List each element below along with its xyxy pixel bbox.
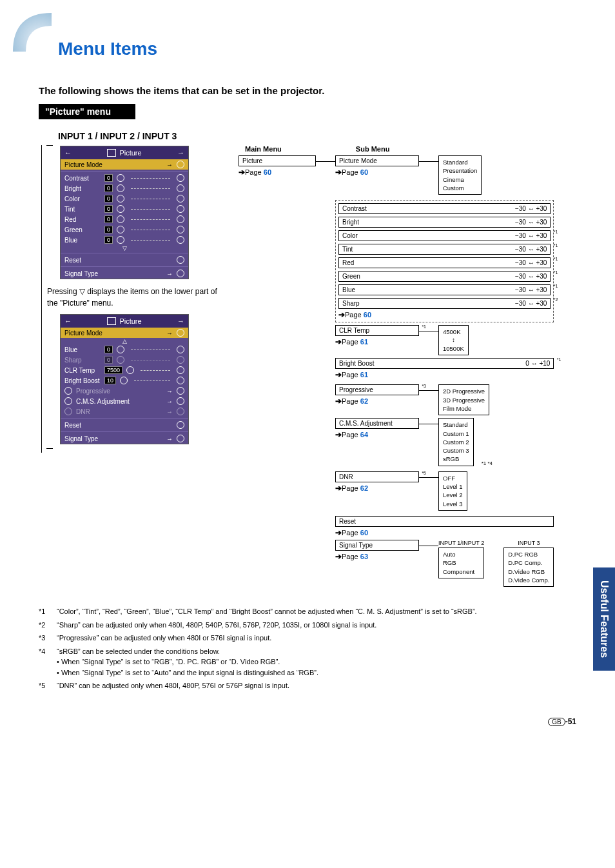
footnote-ref: *1 *4: [482, 460, 493, 466]
picture-icon: [107, 317, 116, 325]
node-progressive: Progressive*3: [335, 384, 419, 395]
footnotes: *1“Color”, “Tint”, “Red”, “Green”, “Blue…: [39, 606, 576, 691]
arrow-left-icon: ←: [64, 149, 72, 157]
page-link[interactable]: ➔Page 61: [335, 337, 419, 346]
node-picture: Picture: [239, 155, 316, 166]
chevron-down-icon: ▽: [79, 286, 85, 297]
node-signal-type: Signal Type: [335, 540, 419, 551]
mode-icon: [177, 161, 184, 168]
page-link[interactable]: ➔Page 60: [338, 310, 551, 319]
decorative-swoosh: [13, 13, 52, 52]
options-dnr: OFF Level 1 Level 2 Level 3: [438, 471, 467, 511]
options-progressive: 2D Progressive 3D Progressive Film Mode: [438, 384, 489, 415]
page-link[interactable]: ➔Page 60: [239, 168, 316, 177]
sub-menu-head: Sub Menu: [356, 145, 390, 153]
page-link[interactable]: ➔Page 62: [335, 397, 419, 406]
arrow-right-icon: →: [177, 317, 184, 325]
chevron-up-icon: △: [61, 338, 188, 344]
node-reset: Reset: [335, 516, 554, 527]
page-link[interactable]: ➔Page 60: [335, 168, 419, 177]
page-link[interactable]: ➔Page 63: [335, 552, 419, 561]
page-link[interactable]: ➔Page 60: [335, 528, 554, 537]
osd-screenshot-2: ← Picture → Picture Mode→ △ Blue0 Sharp0…: [60, 314, 189, 444]
options-signal-2: D.PC RGB D.PC Comp. D.Video RGB D.Video …: [503, 547, 554, 587]
picture-menu-heading: "Picture" menu: [39, 104, 135, 119]
node-cms: C.M.S. Adjustment: [335, 418, 419, 429]
osd-screenshot-1: ← Picture → Picture Mode→ Contrast0 Brig…: [60, 146, 189, 279]
arrow-left-icon: ←: [64, 317, 72, 325]
options-signal-1: Auto RGB Component: [438, 547, 484, 578]
picture-icon: [107, 149, 116, 157]
page-number: GB-51: [39, 717, 576, 726]
page-title: Menu Items: [58, 39, 576, 59]
left-note: Pressing ▽ displays the items on the low…: [47, 286, 226, 309]
options-picture-mode: Standard Presentation Cinema Custom: [438, 155, 482, 195]
arrow-right-icon: →: [177, 149, 184, 157]
page-link[interactable]: ➔Page 64: [335, 430, 419, 439]
side-tab-useful-features: Useful Features: [593, 567, 615, 671]
page-link[interactable]: ➔Page 62: [335, 484, 419, 493]
osd-row-label: Picture Mode: [64, 161, 162, 168]
dashed-group: Contrast−30 ↔ +30 Bright−30 ↔ +30 Color−…: [335, 200, 554, 322]
node-bright-boost: Bright Boost0 ↔ +10*1: [335, 358, 554, 369]
node-dnr: DNR*5: [335, 471, 419, 482]
options-cms: Standard Custom 1 Custom 2 Custom 3 sRGB: [438, 418, 474, 466]
main-menu-head: Main Menu: [245, 145, 282, 153]
chevron-down-icon: ▽: [61, 245, 188, 252]
signal-head-1: INPUT 1/INPUT 2: [438, 540, 484, 546]
intro-text: The following shows the items that can b…: [39, 85, 576, 96]
node-clr-temp: CLR Temp*1: [335, 325, 419, 336]
node-picture-mode: Picture Mode: [335, 155, 419, 166]
updown-icon: ↕: [443, 336, 464, 344]
osd1-title: Picture: [119, 149, 141, 157]
signal-head-2: INPUT 3: [503, 540, 554, 546]
inputs-heading: INPUT 1 / INPUT 2 / INPUT 3: [58, 131, 576, 141]
page-link[interactable]: ➔Page 61: [335, 370, 554, 379]
options-clr-temp: 4500K ↕ 10500K: [438, 325, 469, 355]
